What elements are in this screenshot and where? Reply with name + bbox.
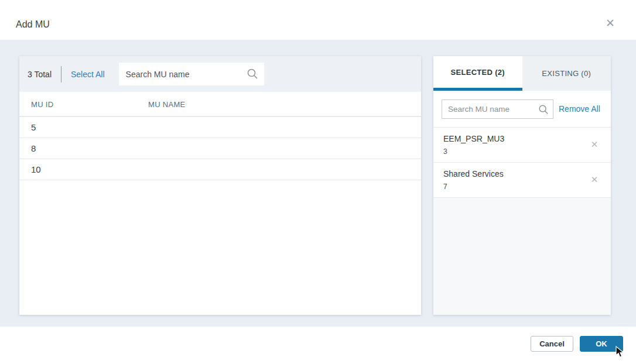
column-header-mu-id: MU ID	[31, 100, 53, 109]
mu-id-cell: 10	[31, 164, 41, 174]
mu-table-header: MU ID MU NAME	[19, 92, 421, 117]
table-row[interactable]: 5	[19, 117, 421, 138]
selected-mu-item: Shared Services 7 ✕	[433, 162, 611, 197]
ok-button[interactable]: OK	[580, 336, 623, 352]
available-mu-toolbar: 3 Total Select All	[19, 56, 421, 92]
select-all-link[interactable]: Select All	[71, 70, 105, 79]
selected-search-input[interactable]	[442, 100, 553, 118]
selection-tabs: SELECTED (2) EXISTING (0)	[433, 56, 611, 91]
total-count-label: 3 Total	[28, 70, 52, 79]
table-row[interactable]: 10	[19, 159, 421, 180]
mu-id-cell: 8	[31, 143, 36, 153]
available-mu-panel: 3 Total Select All MU ID MU NAME 5	[19, 56, 421, 315]
cancel-button[interactable]: Cancel	[531, 336, 573, 352]
tab-existing[interactable]: EXISTING (0)	[522, 56, 611, 91]
column-header-mu-name: MU NAME	[148, 100, 186, 109]
selected-search-box	[442, 99, 553, 119]
selected-mu-name: Shared Services	[443, 169, 611, 178]
add-mu-dialog: Add MU ✕ 3 Total Select All MU ID M	[0, 0, 636, 364]
dialog-body: 3 Total Select All MU ID MU NAME 5	[0, 40, 636, 327]
selected-search-row: Remove All	[433, 91, 611, 127]
remove-item-icon[interactable]: ✕	[590, 175, 599, 184]
table-row[interactable]: 8	[19, 138, 421, 159]
mu-name-cell-redacted	[146, 163, 252, 173]
mu-search-input[interactable]	[119, 63, 264, 85]
mu-search-box	[119, 63, 264, 85]
selected-mu-panel: SELECTED (2) EXISTING (0) Remove All EEM…	[433, 56, 611, 315]
remove-all-link[interactable]: Remove All	[559, 104, 600, 114]
remove-item-icon[interactable]: ✕	[590, 140, 599, 149]
selected-mu-name: EEM_PSR_MU3	[443, 134, 611, 143]
mu-id-cell: 5	[31, 122, 36, 132]
dialog-footer: Cancel OK	[0, 327, 636, 364]
dialog-title: Add MU	[16, 19, 50, 30]
selected-mu-id: 7	[443, 183, 611, 191]
close-icon[interactable]: ✕	[604, 17, 617, 30]
selected-mu-id: 3	[443, 147, 611, 156]
toolbar-divider	[61, 66, 61, 83]
tab-selected[interactable]: SELECTED (2)	[433, 56, 522, 91]
dialog-header: Add MU ✕	[0, 0, 636, 40]
selected-mu-item: EEM_PSR_MU3 3 ✕	[433, 127, 611, 162]
selected-list-empty-area	[433, 197, 611, 315]
